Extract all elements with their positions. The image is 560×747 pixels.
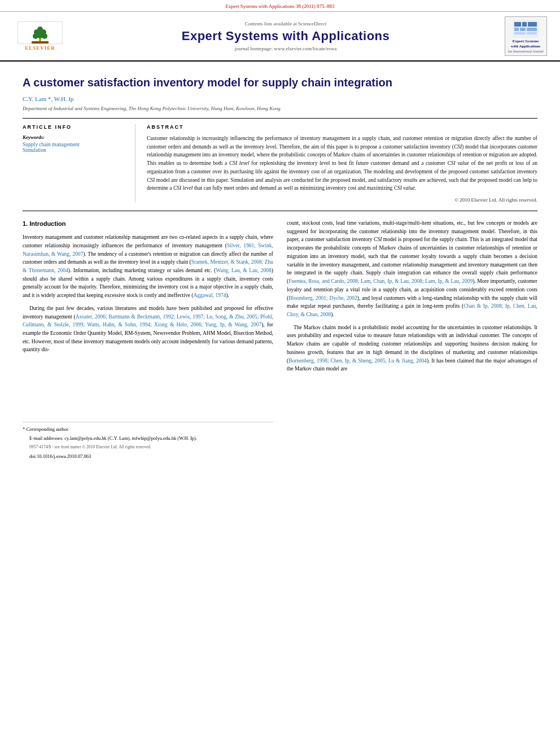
footnotes: * Corresponding author. E-mail addresses… — [23, 422, 273, 460]
svg-rect-9 — [514, 22, 521, 27]
keyword-1: Supply chain management — [23, 142, 124, 147]
ref-chan[interactable]: Chan & Ip, 2008; Ip, Chen, Lau, Choy, & … — [287, 303, 537, 317]
ref-fuentea[interactable]: Fuentea, Rosa, and Cardo, 2008; Lam, Cha… — [288, 278, 473, 284]
ref-silver[interactable]: Silver, 1981; Swink, Narasimhan, & Wang,… — [23, 243, 273, 257]
svg-rect-11 — [528, 22, 537, 27]
article-title: A customer satisfaction inventory model … — [23, 75, 537, 90]
svg-rect-14 — [527, 28, 537, 31]
intro-para-2: During the past few decades, various lit… — [23, 304, 273, 354]
journal-icon — [511, 19, 540, 39]
body-col-right: count, stockout costs, lead time variati… — [287, 219, 537, 462]
svg-rect-7 — [32, 41, 49, 43]
keyword-2: Simulation — [23, 147, 124, 153]
body-col-left: 1. Introduction Inventory management and… — [23, 219, 273, 462]
section-1-heading: 1. Introduction — [23, 219, 273, 229]
tree-svg — [20, 22, 60, 43]
article-info: ARTICLE INFO Keywords: Supply chain mana… — [23, 124, 135, 203]
journal-logo-box: Expert Systemswith Applications An Inter… — [505, 16, 547, 56]
svg-rect-13 — [520, 28, 526, 31]
ref-bloomberg[interactable]: Bloomberg, 2001; Dyche, 2002 — [288, 295, 357, 301]
svg-rect-15 — [514, 32, 526, 34]
elsevier-tree-logo — [18, 21, 63, 44]
journal-homepage: journal homepage: www.elsevier.com/locat… — [82, 46, 489, 51]
citation-text: Expert Systems with Applications 38 (201… — [225, 3, 334, 9]
info-abstract-section: ARTICLE INFO Keywords: Supply chain mana… — [23, 118, 537, 203]
keywords-label: Keywords: — [23, 134, 124, 140]
elsevier-wordmark: ELSEVIER — [25, 45, 55, 51]
issn-line: 0957-4174/$ - see front matter © 2010 El… — [23, 444, 273, 451]
svg-rect-16 — [527, 32, 537, 34]
journal-title: Expert Systems with Applications — [82, 29, 489, 43]
svg-rect-10 — [522, 22, 527, 27]
right-para-1: count, stockout costs, lead time variati… — [287, 219, 537, 319]
abstract-heading: ABSTRACT — [147, 124, 537, 130]
journal-header: ELSEVIER Contents lists available at Sci… — [0, 12, 560, 62]
email-note: E-mail addresses: cy.lam@polyu.edu.hk (C… — [23, 435, 273, 442]
journal-citation: Expert Systems with Applications 38 (201… — [0, 0, 560, 12]
ref-axsater[interactable]: Axsater, 2006; Bartmann & Beckmann, 1992… — [23, 314, 273, 328]
elsevier-logo-area: ELSEVIER — [9, 21, 71, 52]
svg-point-6 — [37, 27, 43, 32]
journal-title-area: Contents lists available at ScienceDirec… — [71, 21, 500, 51]
affiliation: Department of Industrial and Systems Eng… — [23, 106, 537, 111]
science-direct-label: Contents lists available at ScienceDirec… — [245, 21, 327, 27]
corresponding-note: * Corresponding author. — [23, 426, 273, 433]
author-names: C.Y. Lam *, W.H. Ip — [23, 95, 74, 102]
ref-wang[interactable]: Wang, Lau, & Lau, 2008 — [216, 268, 272, 273]
ref-bornenberg[interactable]: Bornenberg, 1998; Chen, Ip, & Sheng, 200… — [288, 358, 427, 364]
right-para-2: The Markov chains model is a probabilist… — [287, 324, 537, 373]
ref-aggawal[interactable]: Aggawal, 1974 — [193, 292, 226, 298]
footnote-area: * Corresponding author. E-mail addresses… — [23, 422, 273, 460]
main-content: A customer satisfaction inventory model … — [0, 62, 560, 473]
intro-para-1: Inventory management and customer relati… — [23, 233, 273, 300]
svg-rect-12 — [514, 28, 519, 31]
elsevier-logo: ELSEVIER — [15, 21, 65, 52]
authors: C.Y. Lam *, W.H. Ip — [23, 95, 537, 102]
logo-box-subtitle: An International Journal — [508, 49, 544, 53]
abstract-section: ABSTRACT Customer relationship is increa… — [135, 124, 537, 203]
doi-line: doi:10.1016/j.eswa.2010.07.063 — [23, 453, 273, 460]
section-divider — [23, 211, 537, 211]
body-columns: 1. Introduction Inventory management and… — [23, 219, 537, 462]
journal-logo-area: Expert Systemswith Applications An Inter… — [500, 16, 551, 56]
copyright: © 2010 Elsevier Ltd. All rights reserved… — [147, 197, 537, 203]
article-info-heading: ARTICLE INFO — [23, 124, 124, 130]
science-direct-text: Contents lists available at ScienceDirec… — [82, 21, 489, 27]
logo-box-title: Expert Systemswith Applications — [511, 39, 540, 49]
abstract-text: Customer relationship is increasingly in… — [147, 134, 537, 193]
